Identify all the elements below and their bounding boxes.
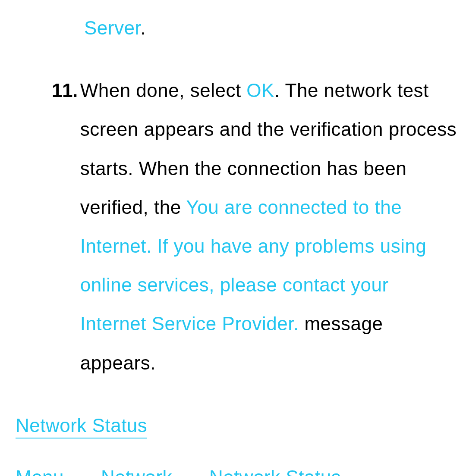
section-heading-network-status: Network Status [16,413,147,438]
server-label: Server [84,17,140,38]
server-period: . [140,17,146,38]
nav-network-status: Network Status [209,467,341,476]
text-before-ok: When done, select [80,80,247,101]
nav-network: Network [101,467,172,476]
nav-menu: Menu [16,467,64,476]
ok-label: OK [246,80,274,101]
step-number: 11. [52,71,78,382]
step-content: When done, select OK. The network test s… [80,71,457,382]
arrow-icon: → [73,467,92,476]
step-11: 11. When done, select OK. The network te… [52,71,457,382]
partial-prev-line: Server. [84,9,457,47]
arrow-icon: → [181,467,201,476]
nav-path: Menu → Network → Network Status [16,458,457,476]
